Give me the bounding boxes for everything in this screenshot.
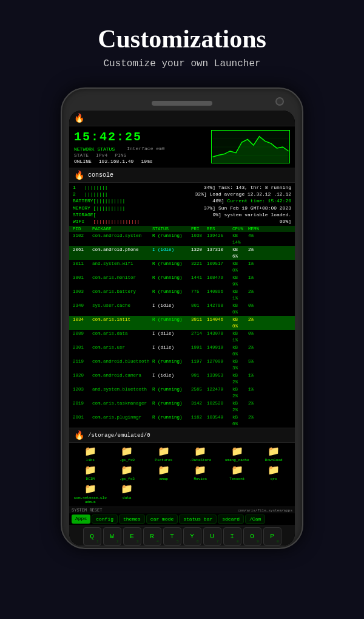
network-interface: Interface em0: [127, 146, 164, 151]
file-path: /storage/emulated/0: [88, 433, 150, 439]
file-name: Download: [265, 458, 283, 462]
col-header-res: RES: [207, 227, 230, 231]
file-item[interactable]: 📁 DCIM: [73, 464, 108, 481]
state-value: ONLINE: [74, 159, 92, 164]
sys-left-1: 1 ||||||||: [73, 184, 204, 191]
key-t[interactable]: T5: [163, 527, 181, 545]
key-q[interactable]: Q1: [83, 527, 101, 545]
file-item[interactable]: 📁 Tencent: [220, 464, 255, 481]
page-subtitle: Customize your own Launcher: [12, 58, 352, 69]
key-r[interactable]: R4: [143, 527, 161, 545]
tab-cam[interactable]: /Cam: [245, 515, 265, 524]
console-label: console: [88, 172, 113, 179]
folder-icon: 📁: [84, 483, 96, 495]
key-p[interactable]: P0: [263, 527, 281, 545]
file-item[interactable]: 📁 data: [110, 483, 145, 504]
folder-icon: 📁: [194, 445, 206, 457]
ping-value: 10ms: [141, 159, 152, 164]
path-hint: com/aris/file_system/apps: [238, 508, 292, 513]
file-grid: 📁 libs 📁 .gs_fs0 📁 Pictures 📁: [69, 443, 295, 507]
file-item[interactable]: 📁 Movies: [183, 464, 218, 481]
file-name: amap: [160, 477, 168, 481]
table-row: 2019com.aris.taskmanagerR (running)31421…: [69, 400, 295, 414]
table-row: 2061com.android.phoneI (idle)1320137310k…: [69, 246, 295, 260]
file-name: data: [123, 496, 131, 500]
file-item[interactable]: 📁 qrc: [257, 464, 292, 481]
system-info: 1 |||||||| 34%] Task: 143, thr: 8 runnin…: [69, 183, 295, 226]
phone-camera: [275, 97, 284, 106]
folder-icon: 📁: [121, 483, 133, 495]
file-item[interactable]: 📁 Pictures: [146, 445, 181, 462]
state-label: STATE: [74, 152, 89, 158]
key-u[interactable]: U7: [203, 527, 221, 545]
sys-row-1: 1 |||||||| 34%] Task: 143, thr: 8 runnin…: [73, 184, 291, 191]
tab-statusbar[interactable]: status bar: [179, 515, 217, 524]
folder-icon: 📁: [158, 445, 170, 457]
tab-apps[interactable]: Apps: [72, 515, 90, 524]
key-o[interactable]: O9: [243, 527, 261, 545]
ipv4-value: 192.168.1.49: [99, 159, 134, 164]
sys-right-4: 37%] Sun Feb 19 GMT+08:00 2023: [204, 205, 291, 211]
console-bar: 🔥 console: [69, 168, 295, 183]
file-item[interactable]: 📁 umeng_cache: [220, 445, 255, 462]
file-name: .gs_fs0: [120, 458, 135, 462]
flame-icon: 🔥: [74, 113, 84, 123]
col-header-status: STATUS: [152, 227, 189, 231]
file-name: qrc: [271, 477, 277, 481]
file-manager-bar: 🔥 /storage/emulated/0: [69, 428, 295, 443]
folder-icon: 📁: [121, 464, 133, 476]
tab-carmode[interactable]: car mode: [146, 515, 178, 524]
file-flame-icon: 🔥: [74, 430, 84, 440]
sys-row-4: MEMORY [|||||||||| 37%] Sun Feb 19 GMT+0…: [73, 205, 291, 211]
phone-notch: [152, 101, 212, 106]
file-item[interactable]: 📁 libs: [73, 445, 108, 462]
sys-left-6: WIFI [|||||||||||||||: [73, 218, 280, 225]
keyboard: Q1 W2 E3 R4 T5 Y6 U7 I8 O9 P0 A#: [69, 525, 295, 545]
file-item[interactable]: 📁 amap: [146, 464, 181, 481]
table-row: 3102com.android.systemR (running)1038139…: [69, 232, 295, 246]
table-row: 1903com.aris.batteryR (running)775140896…: [69, 288, 295, 302]
table-row: 2089com.aris.dataI (dile)2714143078kB 1%…: [69, 330, 295, 344]
file-item[interactable]: 📁 com.netease.cloudmus: [73, 483, 108, 504]
file-item[interactable]: 📁 .gs_fs0: [110, 445, 145, 462]
key-e[interactable]: E3: [123, 527, 141, 545]
phone-screen: 🔥 15:42:25 NETWORK STATUS Interface em0: [69, 111, 295, 545]
folder-icon: 📁: [268, 445, 280, 457]
file-item[interactable]: 📁 .DataStore: [183, 445, 218, 462]
tab-config[interactable]: config: [92, 515, 118, 524]
clock-display: 15:42:25: [74, 130, 211, 144]
sys-row-6: WIFI [||||||||||||||| 99%]: [73, 218, 291, 225]
file-item[interactable]: 📁 .gs_fs3: [110, 464, 145, 481]
table-row: 2340sys.user.cacheI (idle)801142798kB 0%…: [69, 302, 295, 316]
clock-row: 15:42:25 NETWORK STATUS Interface em0 ST…: [74, 130, 290, 164]
file-item[interactable]: 📁 Download: [257, 445, 292, 462]
folder-icon: 📁: [121, 445, 133, 457]
folder-icon: 📁: [231, 464, 243, 476]
network-chart: [211, 130, 290, 163]
key-i[interactable]: I8: [223, 527, 241, 545]
tab-sdcard[interactable]: sdcard: [218, 515, 244, 524]
key-y[interactable]: Y6: [183, 527, 201, 545]
table-row: 2119com.android.bluetoothR (running)1197…: [69, 358, 295, 372]
folder-icon: 📁: [158, 464, 170, 476]
key-w[interactable]: W2: [103, 527, 121, 545]
table-row: 1034com.aris.intitR (running)3911114046k…: [69, 316, 295, 330]
folder-icon: 📁: [84, 445, 96, 457]
sys-right-5: 9%] system variable loaded.: [212, 211, 291, 218]
file-name: Pictures: [155, 458, 172, 462]
folder-icon: 📁: [231, 445, 243, 457]
file-name: Movies: [194, 477, 207, 481]
table-row: 2001com.aris.pluginmgrR (running)1162103…: [69, 414, 295, 428]
keyboard-row-1: Q1 W2 E3 R4 T5 Y6 U7 I8 O9 P0: [70, 527, 294, 545]
page-title: Customizations: [12, 24, 352, 53]
file-name: .gs_fs3: [120, 477, 135, 481]
file-name: libs: [86, 458, 95, 462]
network-status-label: NETWORK STATUS: [74, 146, 115, 152]
sys-row-3: BATTERY[|||||||||| 46%] Current time: 15…: [73, 197, 291, 204]
sys-right-1: 34%] Task: 143, thr: 8 running: [204, 184, 291, 191]
tab-bar: Apps config themes car mode status bar s…: [69, 513, 295, 525]
col-header-mem: MEM%: [248, 227, 259, 231]
bottom-section: SYSTEM RESET com/aris/file_system/apps A…: [69, 507, 295, 525]
folder-icon: 📁: [84, 464, 96, 476]
tab-themes[interactable]: themes: [119, 515, 145, 524]
